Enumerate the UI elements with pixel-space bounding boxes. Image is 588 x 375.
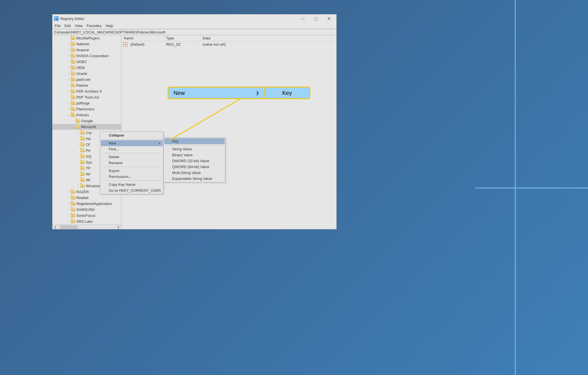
chevron-right-icon[interactable]: › — [67, 78, 71, 81]
tree-item-label: RAZER — [76, 190, 89, 194]
submenu-multi-string[interactable]: Multi-String Value — [164, 170, 225, 176]
chevron-right-icon[interactable]: › — [76, 131, 80, 134]
tree-item[interactable]: ›SRS Labs — [52, 218, 121, 224]
folder-icon — [71, 78, 75, 81]
tree-item[interactable]: ⌄Policies — [52, 112, 121, 118]
column-type[interactable]: Type — [164, 35, 200, 41]
menu-export[interactable]: Export — [101, 168, 163, 174]
address-bar[interactable]: Computer\HKEY_LOCAL_MACHINE\SOFTWARE\Pol… — [52, 29, 336, 35]
horizontal-scrollbar[interactable]: ❮ ❯ — [52, 224, 121, 229]
chevron-right-icon[interactable]: › — [76, 184, 80, 187]
submenu-expandable-string[interactable]: Expandable String Value — [164, 176, 225, 182]
tree-item-label: Microsoft — [81, 125, 96, 129]
chevron-right-icon[interactable]: › — [76, 143, 80, 146]
tree-item-label: Of — [86, 142, 90, 147]
tree-item[interactable]: ›SAMSUNG — [52, 207, 121, 213]
menu-permissions[interactable]: Permissions... — [101, 174, 163, 180]
folder-icon — [71, 66, 75, 70]
tree-item[interactable]: ›Oracle — [52, 71, 121, 77]
value-row[interactable]: ab (Default) REG_SZ (value not set) — [121, 41, 336, 47]
tree-item[interactable]: ⌄Microsoft — [52, 124, 121, 130]
chevron-right-icon[interactable]: › — [76, 172, 80, 175]
tree-item[interactable]: ›OEM — [52, 65, 121, 71]
tree-item[interactable]: ›paint.net — [52, 77, 121, 82]
menu-edit[interactable]: Edit — [63, 23, 72, 28]
menu-goto-hkcu[interactable]: Go to HKEY_CURRENT_USER — [101, 188, 163, 193]
submenu-dword[interactable]: DWORD (32-bit) Value — [164, 158, 225, 164]
submenu-string[interactable]: String Value — [164, 146, 225, 152]
menu-collapse[interactable]: Collapse — [101, 132, 163, 138]
chevron-right-icon[interactable]: › — [72, 119, 76, 122]
minimize-button[interactable]: — — [296, 15, 309, 23]
folder-icon — [80, 172, 85, 176]
chevron-right-icon[interactable]: › — [67, 90, 71, 93]
column-data[interactable]: Data — [200, 35, 336, 41]
folder-icon — [71, 60, 75, 64]
tree-item[interactable]: ›Nuance — [52, 47, 121, 53]
tree-item[interactable]: SonicFocus — [52, 213, 121, 218]
tree-item[interactable]: ›ODBC — [52, 59, 121, 65]
tree-item-label: SRS Labs — [76, 219, 93, 224]
chevron-right-icon[interactable]: › — [67, 84, 71, 87]
folder-icon — [71, 196, 75, 200]
tree-item[interactable]: ›RegisteredApplication — [52, 201, 121, 207]
chevron-right-icon[interactable]: › — [67, 42, 71, 45]
chevron-right-icon[interactable]: › — [67, 220, 71, 223]
scrollbar-thumb[interactable] — [60, 226, 77, 229]
menu-copy-key-name[interactable]: Copy Key Name — [101, 182, 163, 188]
chevron-right-icon[interactable]: › — [67, 72, 71, 75]
content-area: ›MozillaPlugins›Nahimic›Nuance›NVIDIA Co… — [52, 35, 336, 229]
chevron-right-icon[interactable]: › — [76, 178, 80, 181]
menu-rename[interactable]: Rename — [101, 160, 163, 166]
scroll-left-icon[interactable]: ❮ — [53, 226, 57, 229]
chevron-right-icon[interactable]: › — [67, 60, 71, 63]
chevron-right-icon[interactable]: › — [67, 196, 71, 199]
tree-item[interactable]: ›MozillaPlugins — [52, 35, 121, 41]
maximize-button[interactable]: ▢ — [309, 15, 322, 23]
menu-separator — [101, 139, 162, 139]
tree-item[interactable]: ›Realtek — [52, 195, 121, 201]
chevron-right-icon[interactable]: › — [67, 54, 71, 57]
folder-icon — [80, 160, 85, 164]
tree-item[interactable]: ›NVIDIA Corporation — [52, 53, 121, 59]
tree-item[interactable]: ›pdfforge — [52, 100, 121, 106]
submenu-qword[interactable]: QWORD (64-bit) Value — [164, 164, 225, 170]
menu-view[interactable]: View — [73, 23, 84, 28]
menu-new[interactable]: New ▸ — [101, 140, 163, 146]
folder-icon — [80, 149, 85, 152]
tree-item[interactable]: ›Google — [52, 118, 121, 124]
tree-item[interactable]: PDF Tools AG — [52, 94, 121, 100]
chevron-right-icon[interactable]: › — [67, 107, 71, 110]
chevron-right-icon[interactable]: › — [76, 137, 80, 140]
chevron-right-icon[interactable]: › — [67, 36, 71, 39]
close-button[interactable]: ✕ — [322, 15, 335, 23]
chevron-right-icon[interactable]: › — [67, 190, 71, 193]
tree-item[interactable]: ›Partner — [52, 82, 121, 88]
folder-icon — [71, 90, 75, 93]
chevron-right-icon[interactable]: › — [67, 208, 71, 211]
tree-item[interactable]: ›Nahimic — [52, 41, 121, 47]
chevron-right-icon[interactable]: › — [67, 202, 71, 205]
chevron-right-icon[interactable]: › — [67, 101, 71, 104]
menu-favorites[interactable]: Favorites — [85, 23, 103, 28]
chevron-right-icon[interactable]: › — [67, 48, 71, 51]
chevron-down-icon[interactable]: ⌄ — [67, 113, 71, 116]
tree-item-label: SonicFocus — [76, 213, 96, 218]
scroll-right-icon[interactable]: ❯ — [116, 226, 121, 229]
menu-file[interactable]: File — [53, 23, 62, 28]
tree-item-label: paint.net — [76, 77, 90, 82]
tree-item[interactable]: ›PDF Architect 4 — [52, 88, 121, 94]
tree-scroll[interactable]: ›MozillaPlugins›Nahimic›Nuance›NVIDIA Co… — [52, 35, 121, 224]
folder-icon — [80, 184, 85, 188]
submenu-binary[interactable]: Binary Value — [164, 152, 225, 158]
submenu-key[interactable]: Key — [164, 138, 225, 144]
chevron-right-icon[interactable]: › — [76, 160, 80, 164]
column-name[interactable]: Name — [121, 35, 164, 41]
menu-delete[interactable]: Delete — [101, 154, 163, 160]
chevron-right-icon[interactable]: › — [67, 66, 71, 69]
menu-find[interactable]: Find... — [101, 146, 163, 152]
tree-item[interactable]: ›Plantronics — [52, 106, 121, 112]
menu-help[interactable]: Help — [104, 23, 115, 28]
titlebar[interactable]: Registry Editor — ▢ ✕ — [52, 14, 336, 23]
chevron-down-icon[interactable]: ⌄ — [72, 125, 76, 128]
